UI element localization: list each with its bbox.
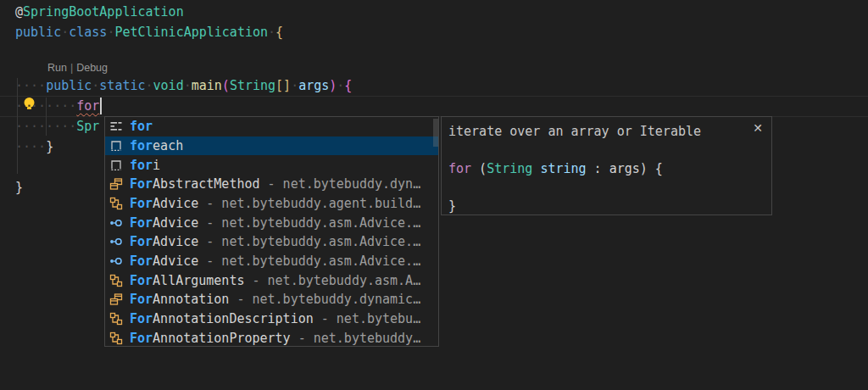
struct-icon	[109, 197, 123, 210]
snippet-icon	[109, 159, 123, 172]
suggestion-matched-text: For	[130, 273, 153, 288]
suggestion-detail: - net.bytebuddy.asm.Advice.…	[198, 215, 420, 231]
doc-line: for (String string : args) {	[448, 159, 749, 178]
code-line: }	[15, 177, 23, 198]
suggestion-matched-text: for	[130, 158, 153, 173]
suggestion-matched-text: For	[130, 254, 153, 269]
suggestion-label: Advice	[153, 234, 198, 249]
codelens: Run|Debug	[47, 61, 108, 75]
suggestion-item[interactable]: ForAdvice - net.bytebuddy.asm.Advice.…	[105, 232, 438, 252]
lightbulb-icon[interactable]	[21, 96, 37, 112]
suggestion-detail: - net.bytebuddy.asm.Advice.…	[198, 254, 420, 269]
close-icon[interactable]: ✕	[753, 121, 763, 135]
run-link[interactable]: Run	[47, 62, 67, 74]
struct-icon	[109, 332, 123, 345]
suggestion-matched-text: For	[130, 311, 153, 326]
suggestion-item[interactable]: ForAnnotationDescription - net.bytebu…	[105, 309, 438, 329]
suggestion-matched-text: For	[130, 196, 153, 211]
suggest-docs-content: iterate over an array or Iterablefor (St…	[448, 122, 749, 215]
suggestion-item[interactable]: ForAbstractMethod - net.bytebuddy.dyn…	[105, 175, 438, 194]
suggestion-detail: - net.bytebuddy.dynamic…	[229, 292, 420, 307]
suggest-widget: for foreach fori ForAbstractMethod - net…	[104, 116, 439, 347]
code-line: @SpringBootApplication	[15, 2, 184, 22]
codelens-separator: |	[67, 62, 76, 74]
suggestion-item[interactable]: ForAnnotationProperty - net.bytebuddy…	[105, 328, 438, 347]
suggestion-matched-text: For	[130, 292, 153, 307]
suggestion-label: each	[153, 138, 183, 153]
code-line: ····}	[15, 136, 53, 157]
struct-icon	[109, 274, 123, 287]
code-line: ····public·static·void·main(String[]·arg…	[15, 75, 352, 96]
text-cursor	[100, 98, 102, 114]
suggestion-matched-text: For	[130, 176, 153, 192]
suggestion-matched-text: For	[130, 331, 153, 346]
suggestion-matched-text: For	[130, 215, 153, 231]
suggestion-item[interactable]: foreach	[105, 136, 438, 156]
interface-icon	[109, 216, 123, 230]
suggest-scrollbar[interactable]	[433, 119, 438, 147]
current-line-highlight	[0, 96, 868, 117]
suggestion-item[interactable]: fori	[105, 155, 438, 175]
suggestion-label: i	[153, 158, 160, 173]
suggestion-item[interactable]: ForAdvice - net.bytebuddy.asm.Advice.…	[105, 252, 438, 271]
suggestion-label: AnnotationProperty	[153, 331, 291, 346]
suggestion-detail: - net.bytebuddy.agent.build…	[198, 196, 420, 211]
keyword-icon	[109, 120, 123, 133]
suggestion-label: Advice	[153, 215, 198, 231]
code-line: public·class·PetClinicApplication·{	[15, 22, 283, 42]
suggestion-label: Annotation	[153, 292, 229, 307]
suggestion-detail: - net.bytebu…	[314, 311, 420, 326]
code-line: ········Spr	[15, 116, 99, 136]
doc-line	[448, 141, 749, 159]
suggestion-item[interactable]: ForAllArguments - net.bytebuddy.asm.A…	[105, 270, 438, 290]
doc-line: }	[448, 197, 749, 215]
suggestion-detail: - net.bytebuddy.asm.Advice.…	[198, 234, 420, 249]
suggestion-detail: - net.bytebuddy…	[291, 331, 421, 346]
suggestion-matched-text: For	[130, 234, 153, 249]
interface-icon	[109, 235, 123, 248]
doc-line: iterate over an array or Iterable	[448, 122, 749, 141]
suggestion-item[interactable]: ForAnnotation - net.bytebuddy.dynamic…	[105, 290, 438, 309]
suggestion-item[interactable]: ForAdvice - net.bytebuddy.agent.build…	[105, 194, 438, 214]
suggestion-label: Advice	[153, 254, 198, 269]
code-editor[interactable]: @SpringBootApplicationpublic·class·PetCl…	[0, 0, 868, 390]
debug-link[interactable]: Debug	[76, 62, 108, 74]
struct-icon	[109, 312, 123, 326]
suggestion-label: AnnotationDescription	[153, 311, 314, 326]
suggestion-detail: - net.bytebuddy.asm.A…	[244, 273, 420, 288]
suggestion-item[interactable]: for	[105, 117, 438, 136]
suggest-docs-popup: iterate over an array or Iterablefor (St…	[441, 116, 772, 215]
suggestion-matched-text: for	[130, 138, 153, 153]
class-icon	[109, 292, 123, 306]
interface-icon	[109, 254, 123, 268]
suggestion-label: Advice	[153, 196, 198, 211]
snippet-icon	[109, 139, 123, 153]
suggestion-detail: - net.bytebuddy.dyn…	[260, 176, 421, 192]
suggestion-matched-text: for	[130, 119, 153, 134]
suggestion-item[interactable]: ForAdvice - net.bytebuddy.asm.Advice.…	[105, 213, 438, 232]
suggestion-label: AbstractMethod	[153, 176, 259, 192]
doc-line	[448, 178, 749, 197]
class-icon	[109, 177, 123, 191]
suggestion-label: AllArguments	[153, 273, 244, 288]
